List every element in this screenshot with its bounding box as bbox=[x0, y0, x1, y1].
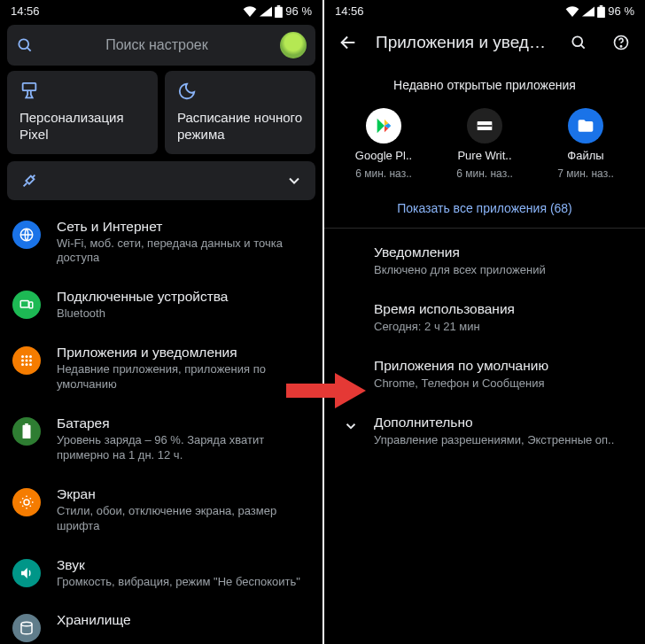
search-icon bbox=[570, 34, 587, 51]
battery-percent: 96 % bbox=[285, 4, 312, 18]
svg-rect-7 bbox=[29, 302, 33, 308]
quick-card-label: Персонализация Pixel bbox=[19, 110, 145, 144]
settings-item-text: Звук Громкость, вибрация, режим "Не бесп… bbox=[57, 557, 308, 590]
recent-apps-header: Недавно открытые приложения bbox=[324, 78, 645, 92]
row-default-apps[interactable]: Приложения по умолчанию Chrome, Телефон … bbox=[324, 345, 645, 402]
settings-main-screen: 14:56 96 % Поиск настроек Персонализация… bbox=[0, 0, 322, 644]
battery-icon bbox=[275, 5, 283, 18]
svg-point-10 bbox=[29, 355, 32, 358]
app-sub: 6 мин. наз.. bbox=[456, 167, 513, 180]
app-label: Файлы bbox=[567, 149, 603, 162]
svg-rect-0 bbox=[275, 6, 283, 17]
moon-icon bbox=[177, 81, 197, 101]
svg-point-19 bbox=[24, 500, 29, 505]
sound-icon bbox=[12, 559, 41, 587]
svg-point-15 bbox=[26, 363, 28, 366]
files-icon bbox=[568, 108, 603, 144]
quick-card-personalization[interactable]: Персонализация Pixel bbox=[7, 71, 158, 154]
row-advanced[interactable]: Дополнительно Управление разрешениями, Э… bbox=[324, 402, 645, 459]
svg-rect-1 bbox=[277, 5, 281, 7]
settings-item-storage[interactable]: Хранилище bbox=[0, 601, 322, 642]
app-sub: 6 мин. наз.. bbox=[355, 167, 412, 180]
pure-writer-icon bbox=[467, 108, 502, 144]
back-button[interactable] bbox=[333, 27, 363, 58]
search-placeholder: Поиск настроек bbox=[43, 37, 271, 53]
row-notifications[interactable]: Уведомления Включено для всех приложений bbox=[324, 232, 645, 289]
svg-point-27 bbox=[620, 46, 621, 47]
settings-item-sound[interactable]: Звук Громкость, вибрация, режим "Не бесп… bbox=[0, 546, 322, 601]
show-all-apps-button[interactable]: Показать все приложения (68) bbox=[324, 201, 645, 215]
status-time: 14:56 bbox=[335, 4, 364, 18]
app-label: Pure Writ.. bbox=[457, 149, 511, 162]
svg-line-3 bbox=[27, 48, 31, 51]
svg-point-12 bbox=[26, 360, 28, 362]
svg-rect-18 bbox=[25, 423, 28, 425]
settings-item-text: Приложения и уведомления Недавние прилож… bbox=[57, 345, 308, 392]
profile-avatar[interactable] bbox=[280, 32, 307, 58]
app-label: Google Pl.. bbox=[355, 149, 412, 162]
chevron-down-icon bbox=[285, 172, 303, 190]
row-screen-time[interactable]: Время использования Сегодня: 2 ч 21 мин bbox=[324, 289, 645, 345]
svg-point-9 bbox=[26, 355, 28, 358]
svg-line-25 bbox=[581, 45, 585, 49]
svg-point-16 bbox=[29, 363, 32, 366]
svg-rect-21 bbox=[597, 6, 605, 17]
status-icons: 96 % bbox=[243, 4, 312, 18]
help-button[interactable] bbox=[606, 27, 636, 58]
svg-point-20 bbox=[21, 623, 32, 627]
search-button[interactable] bbox=[563, 27, 594, 58]
play-store-icon bbox=[366, 108, 401, 144]
signal-icon bbox=[260, 6, 272, 17]
settings-item-apps-notifications[interactable]: Приложения и уведомления Недавние прилож… bbox=[0, 333, 322, 404]
app-bar: Приложения и уведо... bbox=[324, 19, 645, 66]
recent-apps-row: Google Pl.. 6 мин. наз.. Pure Writ.. 6 м… bbox=[324, 108, 645, 180]
settings-item-text: Батарея Уровень заряда – 96 %. Заряда хв… bbox=[57, 415, 308, 463]
display-icon bbox=[12, 488, 41, 516]
quick-card-label: Расписание ночного режима bbox=[177, 110, 303, 144]
help-icon bbox=[612, 34, 630, 51]
settings-item-network[interactable]: Сеть и Интернет Wi-Fi, моб. сети, переда… bbox=[0, 207, 322, 278]
svg-point-8 bbox=[21, 355, 24, 358]
settings-item-display[interactable]: Экран Стили, обои, отключение экрана, ра… bbox=[0, 475, 322, 546]
settings-item-text: Хранилище bbox=[57, 612, 308, 628]
recent-app-pure-writer[interactable]: Pure Writ.. 6 мин. наз.. bbox=[442, 108, 527, 180]
quick-links-card[interactable] bbox=[7, 161, 315, 200]
divider bbox=[324, 228, 645, 229]
status-icons: 96 % bbox=[565, 4, 634, 18]
signal-icon bbox=[582, 6, 594, 17]
search-icon bbox=[16, 36, 34, 54]
recent-app-google-play[interactable]: Google Pl.. 6 мин. наз.. bbox=[341, 108, 426, 180]
settings-item-text: Подключенные устройства Bluetooth bbox=[57, 289, 308, 322]
quick-cards-row: Персонализация Pixel Расписание ночного … bbox=[0, 71, 322, 154]
svg-rect-29 bbox=[478, 125, 493, 127]
apps-notifications-screen: 14:56 96 % Приложения и уведо... Недавно… bbox=[322, 0, 645, 644]
app-sub: 7 мин. наз.. bbox=[557, 167, 614, 180]
globe-icon bbox=[12, 221, 41, 249]
recent-app-files[interactable]: Файлы 7 мин. наз.. bbox=[543, 108, 628, 180]
svg-point-13 bbox=[29, 360, 32, 362]
wifi-icon bbox=[243, 6, 257, 17]
brush-icon bbox=[19, 81, 39, 101]
svg-rect-6 bbox=[20, 301, 28, 308]
battery-percent: 96 % bbox=[608, 4, 634, 18]
settings-item-text: Сеть и Интернет Wi-Fi, моб. сети, переда… bbox=[57, 219, 308, 267]
svg-point-2 bbox=[19, 39, 28, 49]
status-bar: 14:56 96 % bbox=[0, 0, 322, 19]
settings-item-battery[interactable]: Батарея Уровень заряда – 96 %. Заряда хв… bbox=[0, 404, 322, 475]
arrow-back-icon bbox=[338, 33, 358, 52]
storage-icon bbox=[12, 614, 41, 642]
satellite-icon bbox=[19, 171, 39, 190]
svg-rect-22 bbox=[600, 5, 603, 7]
svg-rect-4 bbox=[23, 83, 36, 90]
devices-icon bbox=[12, 291, 41, 319]
svg-point-14 bbox=[21, 363, 24, 366]
quick-card-night-schedule[interactable]: Расписание ночного режима bbox=[165, 71, 315, 154]
settings-item-connected-devices[interactable]: Подключенные устройства Bluetooth bbox=[0, 277, 322, 333]
status-bar: 14:56 96 % bbox=[324, 0, 645, 19]
page-title: Приложения и уведо... bbox=[376, 33, 551, 52]
search-settings-bar[interactable]: Поиск настроек bbox=[7, 25, 315, 66]
svg-rect-17 bbox=[23, 425, 31, 438]
battery-icon bbox=[12, 417, 41, 446]
settings-item-text: Экран Стили, обои, отключение экрана, ра… bbox=[57, 486, 308, 534]
svg-point-11 bbox=[21, 360, 24, 362]
